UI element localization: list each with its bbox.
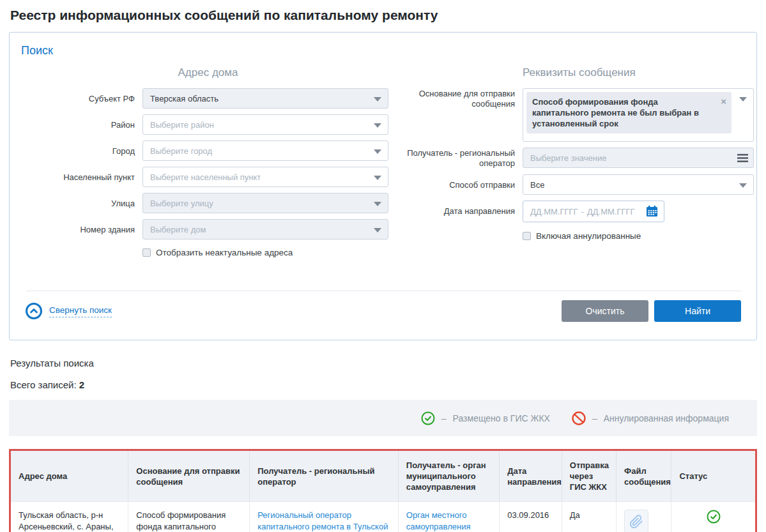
address-section-heading: Адрес дома [21, 66, 395, 79]
calendar-icon[interactable] [646, 206, 658, 217]
chevron-down-icon [739, 97, 747, 102]
cell-reason: Способ формирования фонда капитального р… [128, 502, 250, 532]
chevron-down-icon [374, 228, 381, 232]
send-method-select[interactable]: Все [523, 174, 754, 195]
show-inactive-addresses-checkbox[interactable] [142, 248, 151, 257]
find-button[interactable]: Найти [654, 300, 741, 322]
results-table-highlight: Адрес дома Основание для отправки сообще… [9, 449, 757, 532]
status-posted-icon [707, 516, 721, 526]
header-message-file: Файл сообщения [617, 451, 671, 502]
cell-send-date: 03.09.2016 [500, 502, 562, 532]
settlement-select[interactable]: Выберите населенный пункт [142, 167, 388, 187]
results-table: Адрес дома Основание для отправки сообще… [11, 451, 755, 532]
send-date-label: Дата направления [403, 201, 515, 217]
building-number-placeholder: Выберите дом [150, 225, 206, 234]
legend-item-annulled: – Аннулированная информация [572, 411, 729, 425]
recipient-operator-placeholder: Выберите значение [530, 153, 606, 163]
search-panel: Поиск Адрес дома Субъект РФ Тверская обл… [9, 32, 757, 340]
header-reason: Основание для отправки сообщения [128, 451, 250, 502]
chevron-down-icon [374, 176, 381, 180]
chevron-down-icon [374, 149, 381, 154]
status-legend-bar: – Размещено в ГИС ЖКХ – Аннулированная и… [9, 400, 757, 436]
collapse-search-link[interactable]: Свернуть поиск [25, 302, 112, 320]
settlement-label: Населенный пункт [21, 167, 135, 183]
include-annulled-label: Включая аннулированные [536, 231, 641, 241]
send-method-value: Все [530, 180, 544, 190]
date-to-placeholder: ДД.ММ.ГГГГ [587, 207, 635, 217]
header-send-date: Дата направления [500, 451, 562, 502]
annulled-slash-icon [572, 411, 586, 425]
header-recipient-municipal: Получатель - орган муниципального самоуп… [398, 451, 499, 502]
include-annulled-checkbox[interactable] [523, 232, 531, 240]
cell-municipal-link[interactable]: Орган местного самоуправления [406, 510, 471, 531]
remove-chip-icon[interactable]: × [721, 96, 726, 106]
show-inactive-addresses-label: Отобразить неактуальные адреса [156, 248, 293, 257]
city-placeholder: Выберите город [150, 146, 212, 156]
hamburger-icon [737, 153, 748, 163]
paperclip-icon [629, 515, 643, 529]
subject-rf-label: Субъект РФ [21, 88, 135, 104]
send-reason-label: Основание для отправки сообщения [403, 88, 515, 109]
results-title: Результаты поиска [0, 340, 766, 369]
settlement-placeholder: Выберите населенный пункт [150, 172, 261, 182]
street-placeholder: Выберите улицу [150, 199, 213, 208]
results-total: Всего записей: 2 [0, 369, 766, 390]
header-status: Статус [671, 451, 755, 502]
cell-operator-link[interactable]: Региональный оператор капитального ремон… [257, 510, 388, 532]
address-form-column: Адрес дома Субъект РФ Тверская область Р… [21, 66, 392, 261]
recipient-operator-select[interactable]: Выберите значение [523, 148, 754, 168]
message-form-column: Реквизиты сообщения Основание для отправ… [403, 66, 754, 261]
send-reason-chip-text: Способ формирования фонда капитального р… [532, 97, 699, 128]
message-section-heading: Реквизиты сообщения [403, 66, 754, 79]
posted-check-icon [421, 411, 435, 425]
subject-rf-value: Тверская область [150, 94, 218, 103]
recipient-operator-label: Получатель - региональный оператор [403, 148, 515, 169]
results-total-value: 2 [79, 379, 84, 390]
date-range-separator: - [581, 207, 584, 217]
street-select[interactable]: Выберите улицу [142, 193, 388, 213]
building-number-select[interactable]: Выберите дом [142, 219, 388, 239]
collapse-search-label: Свернуть поиск [49, 305, 112, 317]
legend-annulled-text: Аннулированная информация [604, 413, 729, 423]
date-from-placeholder: ДД.ММ.ГГГГ [530, 207, 578, 217]
header-via-gis: Отправка через ГИС ЖКХ [562, 451, 616, 502]
legend-posted-text: Размещено в ГИС ЖКХ [453, 413, 550, 423]
district-placeholder: Выберите район [150, 120, 214, 130]
page-title: Реестр информационных сообщений по капит… [0, 6, 766, 32]
header-recipient-operator: Получатель - региональный оператор [250, 451, 399, 502]
send-reason-chip: Способ формирования фонда капитального р… [526, 92, 732, 133]
chevron-down-icon [374, 202, 381, 206]
send-reason-multiselect[interactable]: Способ формирования фонда капитального р… [523, 88, 754, 142]
building-number-label: Номер здания [21, 219, 135, 235]
table-row: Тульская область, р-н Арсеньевский, с. А… [11, 502, 755, 532]
legend-dash: – [592, 413, 597, 423]
page: Реестр информационных сообщений по капит… [0, 0, 766, 532]
cell-address: Тульская область, р-н Арсеньевский, с. А… [11, 502, 128, 532]
legend-item-posted: – Размещено в ГИС ЖКХ [421, 411, 550, 425]
send-date-range-input[interactable]: ДД.ММ.ГГГГ - ДД.ММ.ГГГГ [523, 201, 664, 222]
table-header-row: Адрес дома Основание для отправки сообще… [11, 451, 755, 502]
chevron-down-icon [739, 183, 747, 188]
street-label: Улица [21, 193, 135, 209]
chevron-down-icon [374, 97, 381, 102]
district-select[interactable]: Выберите район [142, 114, 388, 135]
search-panel-title: Поиск [21, 44, 741, 57]
chevron-down-icon [374, 123, 381, 128]
district-label: Район [21, 114, 135, 130]
header-address: Адрес дома [11, 451, 128, 502]
cell-via-gis: Да [562, 502, 616, 532]
legend-dash: – [441, 413, 447, 423]
clear-button[interactable]: Очистить [562, 300, 648, 322]
attachment-button[interactable] [624, 510, 648, 532]
city-label: Город [21, 141, 135, 156]
subject-rf-select[interactable]: Тверская область [142, 88, 388, 109]
results-total-label: Всего записей: [10, 379, 77, 390]
city-select[interactable]: Выберите город [142, 141, 388, 161]
chevron-up-circle-icon [25, 302, 43, 320]
send-method-label: Способ отправки [403, 174, 515, 190]
